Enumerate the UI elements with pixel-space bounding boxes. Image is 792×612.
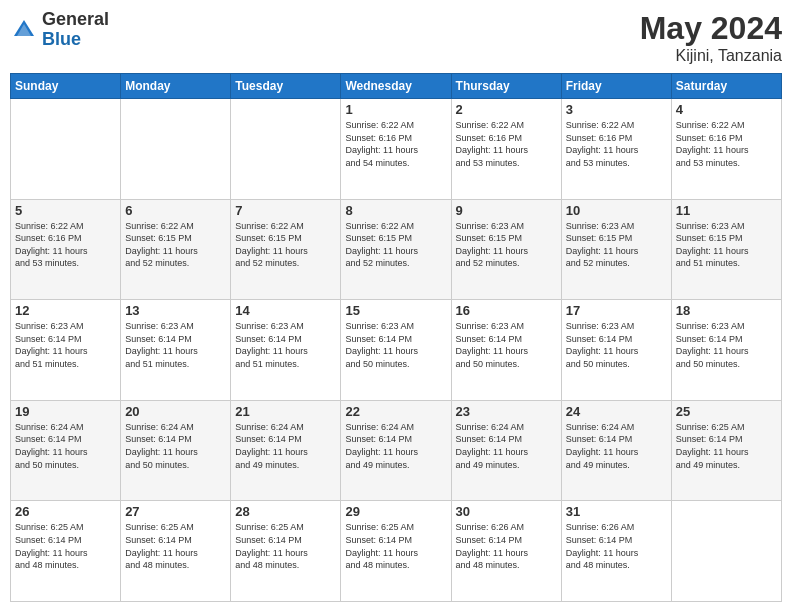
day-info: Sunrise: 6:24 AM Sunset: 6:14 PM Dayligh…: [456, 421, 557, 471]
cell-0-0: [11, 99, 121, 200]
day-info: Sunrise: 6:24 AM Sunset: 6:14 PM Dayligh…: [15, 421, 116, 471]
cell-2-2: 14Sunrise: 6:23 AM Sunset: 6:14 PM Dayli…: [231, 300, 341, 401]
col-thursday: Thursday: [451, 74, 561, 99]
day-info: Sunrise: 6:24 AM Sunset: 6:14 PM Dayligh…: [345, 421, 446, 471]
day-number: 3: [566, 102, 667, 117]
day-info: Sunrise: 6:23 AM Sunset: 6:14 PM Dayligh…: [456, 320, 557, 370]
logo-blue: Blue: [42, 30, 109, 50]
col-saturday: Saturday: [671, 74, 781, 99]
day-info: Sunrise: 6:25 AM Sunset: 6:14 PM Dayligh…: [345, 521, 446, 571]
day-info: Sunrise: 6:22 AM Sunset: 6:16 PM Dayligh…: [676, 119, 777, 169]
day-number: 2: [456, 102, 557, 117]
cell-4-5: 31Sunrise: 6:26 AM Sunset: 6:14 PM Dayli…: [561, 501, 671, 602]
day-info: Sunrise: 6:22 AM Sunset: 6:16 PM Dayligh…: [345, 119, 446, 169]
day-number: 13: [125, 303, 226, 318]
logo-icon: [10, 16, 38, 44]
title-block: May 2024 Kijini, Tanzania: [640, 10, 782, 65]
cell-4-2: 28Sunrise: 6:25 AM Sunset: 6:14 PM Dayli…: [231, 501, 341, 602]
week-row-4: 26Sunrise: 6:25 AM Sunset: 6:14 PM Dayli…: [11, 501, 782, 602]
cell-3-2: 21Sunrise: 6:24 AM Sunset: 6:14 PM Dayli…: [231, 400, 341, 501]
day-number: 16: [456, 303, 557, 318]
day-number: 25: [676, 404, 777, 419]
day-info: Sunrise: 6:23 AM Sunset: 6:14 PM Dayligh…: [676, 320, 777, 370]
cell-0-2: [231, 99, 341, 200]
day-info: Sunrise: 6:22 AM Sunset: 6:15 PM Dayligh…: [235, 220, 336, 270]
day-info: Sunrise: 6:23 AM Sunset: 6:15 PM Dayligh…: [566, 220, 667, 270]
week-row-2: 12Sunrise: 6:23 AM Sunset: 6:14 PM Dayli…: [11, 300, 782, 401]
day-number: 12: [15, 303, 116, 318]
cell-4-1: 27Sunrise: 6:25 AM Sunset: 6:14 PM Dayli…: [121, 501, 231, 602]
day-number: 19: [15, 404, 116, 419]
week-row-0: 1Sunrise: 6:22 AM Sunset: 6:16 PM Daylig…: [11, 99, 782, 200]
day-number: 10: [566, 203, 667, 218]
cell-4-4: 30Sunrise: 6:26 AM Sunset: 6:14 PM Dayli…: [451, 501, 561, 602]
day-number: 29: [345, 504, 446, 519]
cell-0-6: 4Sunrise: 6:22 AM Sunset: 6:16 PM Daylig…: [671, 99, 781, 200]
col-sunday: Sunday: [11, 74, 121, 99]
cell-3-6: 25Sunrise: 6:25 AM Sunset: 6:14 PM Dayli…: [671, 400, 781, 501]
col-tuesday: Tuesday: [231, 74, 341, 99]
cell-4-0: 26Sunrise: 6:25 AM Sunset: 6:14 PM Dayli…: [11, 501, 121, 602]
cell-2-4: 16Sunrise: 6:23 AM Sunset: 6:14 PM Dayli…: [451, 300, 561, 401]
logo: General Blue: [10, 10, 109, 50]
day-number: 24: [566, 404, 667, 419]
cell-2-5: 17Sunrise: 6:23 AM Sunset: 6:14 PM Dayli…: [561, 300, 671, 401]
sub-title: Kijini, Tanzania: [640, 47, 782, 65]
day-number: 15: [345, 303, 446, 318]
cell-3-0: 19Sunrise: 6:24 AM Sunset: 6:14 PM Dayli…: [11, 400, 121, 501]
cell-0-3: 1Sunrise: 6:22 AM Sunset: 6:16 PM Daylig…: [341, 99, 451, 200]
day-number: 5: [15, 203, 116, 218]
cell-4-6: [671, 501, 781, 602]
day-info: Sunrise: 6:23 AM Sunset: 6:15 PM Dayligh…: [676, 220, 777, 270]
cell-1-6: 11Sunrise: 6:23 AM Sunset: 6:15 PM Dayli…: [671, 199, 781, 300]
day-number: 18: [676, 303, 777, 318]
day-info: Sunrise: 6:22 AM Sunset: 6:16 PM Dayligh…: [456, 119, 557, 169]
day-info: Sunrise: 6:23 AM Sunset: 6:14 PM Dayligh…: [345, 320, 446, 370]
week-row-3: 19Sunrise: 6:24 AM Sunset: 6:14 PM Dayli…: [11, 400, 782, 501]
cell-1-3: 8Sunrise: 6:22 AM Sunset: 6:15 PM Daylig…: [341, 199, 451, 300]
day-info: Sunrise: 6:23 AM Sunset: 6:14 PM Dayligh…: [235, 320, 336, 370]
day-info: Sunrise: 6:24 AM Sunset: 6:14 PM Dayligh…: [566, 421, 667, 471]
day-number: 31: [566, 504, 667, 519]
day-number: 28: [235, 504, 336, 519]
cell-1-4: 9Sunrise: 6:23 AM Sunset: 6:15 PM Daylig…: [451, 199, 561, 300]
day-info: Sunrise: 6:25 AM Sunset: 6:14 PM Dayligh…: [676, 421, 777, 471]
day-info: Sunrise: 6:23 AM Sunset: 6:15 PM Dayligh…: [456, 220, 557, 270]
day-number: 17: [566, 303, 667, 318]
day-number: 30: [456, 504, 557, 519]
day-info: Sunrise: 6:25 AM Sunset: 6:14 PM Dayligh…: [15, 521, 116, 571]
cell-0-1: [121, 99, 231, 200]
cell-3-1: 20Sunrise: 6:24 AM Sunset: 6:14 PM Dayli…: [121, 400, 231, 501]
day-info: Sunrise: 6:23 AM Sunset: 6:14 PM Dayligh…: [566, 320, 667, 370]
header: General Blue May 2024 Kijini, Tanzania: [10, 10, 782, 65]
day-info: Sunrise: 6:25 AM Sunset: 6:14 PM Dayligh…: [125, 521, 226, 571]
cell-1-1: 6Sunrise: 6:22 AM Sunset: 6:15 PM Daylig…: [121, 199, 231, 300]
day-number: 23: [456, 404, 557, 419]
day-number: 14: [235, 303, 336, 318]
cell-1-5: 10Sunrise: 6:23 AM Sunset: 6:15 PM Dayli…: [561, 199, 671, 300]
cell-2-6: 18Sunrise: 6:23 AM Sunset: 6:14 PM Dayli…: [671, 300, 781, 401]
day-info: Sunrise: 6:22 AM Sunset: 6:15 PM Dayligh…: [345, 220, 446, 270]
cell-1-2: 7Sunrise: 6:22 AM Sunset: 6:15 PM Daylig…: [231, 199, 341, 300]
day-info: Sunrise: 6:25 AM Sunset: 6:14 PM Dayligh…: [235, 521, 336, 571]
day-info: Sunrise: 6:26 AM Sunset: 6:14 PM Dayligh…: [456, 521, 557, 571]
day-number: 22: [345, 404, 446, 419]
day-info: Sunrise: 6:23 AM Sunset: 6:14 PM Dayligh…: [15, 320, 116, 370]
col-friday: Friday: [561, 74, 671, 99]
col-wednesday: Wednesday: [341, 74, 451, 99]
main-title: May 2024: [640, 10, 782, 47]
day-number: 7: [235, 203, 336, 218]
day-number: 20: [125, 404, 226, 419]
day-number: 26: [15, 504, 116, 519]
page: General Blue May 2024 Kijini, Tanzania S…: [0, 0, 792, 612]
day-info: Sunrise: 6:24 AM Sunset: 6:14 PM Dayligh…: [235, 421, 336, 471]
day-number: 8: [345, 203, 446, 218]
day-info: Sunrise: 6:22 AM Sunset: 6:15 PM Dayligh…: [125, 220, 226, 270]
cell-3-4: 23Sunrise: 6:24 AM Sunset: 6:14 PM Dayli…: [451, 400, 561, 501]
day-number: 21: [235, 404, 336, 419]
cell-4-3: 29Sunrise: 6:25 AM Sunset: 6:14 PM Dayli…: [341, 501, 451, 602]
cell-0-5: 3Sunrise: 6:22 AM Sunset: 6:16 PM Daylig…: [561, 99, 671, 200]
col-monday: Monday: [121, 74, 231, 99]
cell-3-3: 22Sunrise: 6:24 AM Sunset: 6:14 PM Dayli…: [341, 400, 451, 501]
week-row-1: 5Sunrise: 6:22 AM Sunset: 6:16 PM Daylig…: [11, 199, 782, 300]
